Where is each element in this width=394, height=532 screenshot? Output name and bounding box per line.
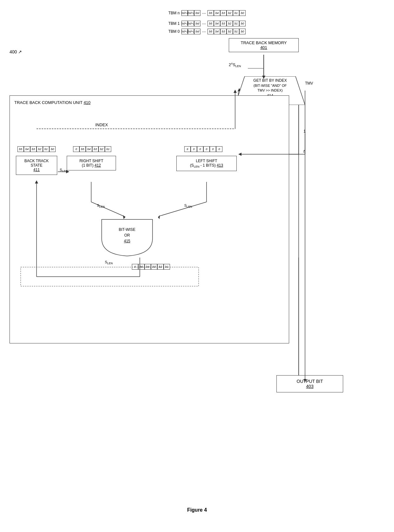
cell: bsl+1 bbox=[188, 10, 194, 16]
figure-400-label: 400 ↗ bbox=[10, 49, 22, 54]
cell: b1 bbox=[233, 29, 239, 34]
right-shift-box: RIGHT SHIFT (1 BIT) 412 bbox=[67, 156, 116, 170]
two-as-slen-label: 2ASLEN bbox=[229, 62, 241, 68]
cell: b4 bbox=[214, 21, 220, 26]
tbm-0-label: TBM 0 bbox=[168, 29, 180, 34]
tbm-1-row: TBM 1 bsl+2 bsl+1 bsl ··· b5 b4 b3 b2 b1… bbox=[168, 21, 246, 26]
cell: b3 bbox=[220, 21, 227, 26]
cell: b4 bbox=[214, 29, 220, 34]
bts-cells: b5 b4 b3 b2 b1 b0 bbox=[17, 146, 56, 152]
cell: b1 bbox=[233, 21, 239, 26]
tbm-n-label: TBM n bbox=[168, 11, 180, 15]
cell: bsl+2 bbox=[181, 29, 188, 34]
cell: b0 bbox=[239, 21, 246, 26]
cell: b2 bbox=[227, 21, 233, 26]
tbcu-label: TRACE BACK COMPUTATION UNIT 410 bbox=[14, 100, 91, 105]
cell: b2 bbox=[227, 10, 233, 16]
or-output-cells: ti b5 b4 b3 b2 b1 bbox=[132, 264, 170, 270]
tbm-n-row: TBM n bsl+2 bsl+1 bsl ··· b5 b4 b3 b2 b1… bbox=[168, 10, 246, 16]
tmv-label: TMV bbox=[305, 81, 313, 86]
figure-caption: Figure 4 bbox=[0, 507, 394, 513]
cell: b5 bbox=[207, 29, 214, 34]
cell: bsl+1 bbox=[188, 21, 194, 26]
one-label: 1 bbox=[303, 129, 306, 134]
bitwise-or-text: BIT-WISE OR 415 bbox=[97, 221, 157, 244]
left-shift-box: LEFT SHIFT (SLEN - 1 BITS) 413 bbox=[176, 156, 237, 171]
cell: bsl bbox=[194, 21, 200, 26]
cell: bsl bbox=[194, 29, 200, 34]
slen-label-or-output: SLEN bbox=[105, 260, 113, 265]
back-track-state-box: BACK TRACK STATE 411 bbox=[16, 156, 57, 175]
rs-cells: 0 b5 b4 b3 b2 b1 bbox=[73, 146, 111, 152]
cell: b3 bbox=[220, 29, 227, 34]
trace-back-memory-box: TRACE BACK MEMORY 401 bbox=[229, 38, 299, 52]
cell: b1 bbox=[233, 10, 239, 16]
cell: bsl+2 bbox=[181, 21, 188, 26]
output-bit-box: OUTPUT BIT 403 bbox=[276, 375, 343, 392]
ls-cells: ti 0 0 0 0 0 bbox=[184, 146, 222, 152]
cell: b3 bbox=[220, 10, 227, 16]
index-label: INDEX bbox=[95, 122, 108, 127]
diagram-container: TBM n bsl+2 bsl+1 bsl ··· b5 b4 b3 b2 b1… bbox=[0, 0, 394, 532]
ti-label-right: ti bbox=[303, 149, 305, 155]
cell: bsl bbox=[194, 10, 200, 16]
tbm-id: 401 bbox=[230, 45, 297, 50]
tbm-0-row: TBM 0 bsl+2 bsl+1 bsl ··· b5 b4 b3 b2 b1… bbox=[168, 29, 246, 34]
cell: b0 bbox=[239, 10, 246, 16]
slen-label-ls-or: SLEN bbox=[184, 204, 192, 208]
cell: b5 bbox=[207, 21, 214, 26]
tbm-1-label: TBM 1 bbox=[168, 21, 180, 26]
slen-label-rs-or: SLEN bbox=[97, 204, 105, 208]
tbm-title: TRACE BACK MEMORY bbox=[230, 40, 297, 45]
cell: b4 bbox=[214, 10, 220, 16]
cell: b0 bbox=[239, 29, 246, 34]
cell: bsl+1 bbox=[188, 29, 194, 34]
cell: b5 bbox=[207, 10, 214, 16]
cell: b2 bbox=[227, 29, 233, 34]
cell: bsl+2 bbox=[181, 10, 188, 16]
